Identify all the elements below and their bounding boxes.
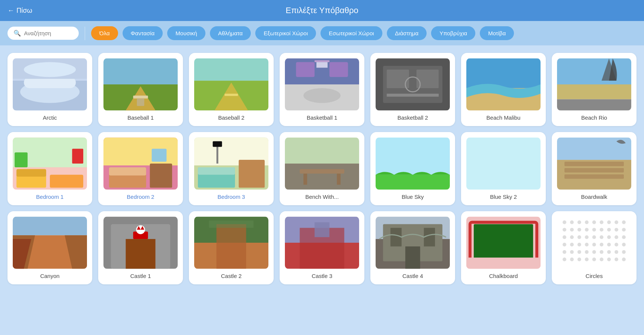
card-basketball2-label: Basketball 2 bbox=[397, 114, 428, 121]
backgrounds-grid: Arctic Baseball 1 Baseball 2 bbox=[0, 45, 644, 292]
card-canyon[interactable]: Canyon bbox=[7, 211, 92, 284]
thumb-baseball1 bbox=[103, 58, 178, 111]
card-circles[interactable]: Circles bbox=[552, 211, 637, 284]
thumb-canyon bbox=[13, 216, 87, 269]
svg-point-111 bbox=[614, 228, 618, 231]
card-bluesky[interactable]: Blue Sky bbox=[370, 132, 455, 205]
svg-point-115 bbox=[577, 235, 581, 239]
svg-rect-39 bbox=[72, 149, 83, 164]
page-title: Επιλέξτε Υπόβαθρο bbox=[286, 6, 358, 15]
card-castle2[interactable]: Castle 2 bbox=[189, 211, 274, 284]
thumb-boardwalk bbox=[557, 137, 631, 190]
card-bluesky2-label: Blue Sky 2 bbox=[490, 194, 517, 200]
svg-point-95 bbox=[563, 221, 566, 224]
card-chalkboard-label: Chalkboard bbox=[489, 273, 518, 279]
card-baseball1[interactable]: Baseball 1 bbox=[98, 53, 183, 126]
svg-rect-64 bbox=[565, 168, 624, 173]
svg-point-99 bbox=[592, 221, 596, 224]
filter-sports[interactable]: Αθλήματα bbox=[210, 26, 251, 40]
card-beach-rio[interactable]: Beach Rio bbox=[552, 53, 637, 126]
svg-point-105 bbox=[570, 228, 574, 231]
card-basketball2[interactable]: Basketball 2 bbox=[370, 53, 455, 126]
svg-point-98 bbox=[585, 221, 589, 224]
card-chalkboard[interactable]: Chalkboard bbox=[461, 211, 546, 284]
svg-rect-16 bbox=[296, 62, 315, 77]
card-castle1[interactable]: Castle 1 bbox=[98, 211, 183, 284]
filter-space[interactable]: Διάστημα bbox=[387, 26, 427, 40]
svg-rect-45 bbox=[152, 149, 167, 162]
card-castle4-label: Castle 4 bbox=[402, 273, 423, 279]
svg-point-97 bbox=[577, 221, 581, 224]
thumb-chalkboard bbox=[466, 216, 541, 269]
filter-fantasy[interactable]: Φαντασία bbox=[123, 26, 163, 40]
card-castle4[interactable]: Castle 4 bbox=[370, 211, 455, 284]
svg-point-123 bbox=[570, 243, 574, 246]
card-beach-malibu-label: Beach Malibu bbox=[487, 114, 521, 121]
filter-indoor[interactable]: Εσωτερικοί Χώροι bbox=[321, 26, 382, 40]
svg-point-110 bbox=[607, 228, 611, 231]
svg-point-114 bbox=[570, 235, 574, 239]
card-arctic[interactable]: Arctic bbox=[7, 53, 92, 126]
card-beach-malibu[interactable]: Beach Malibu bbox=[461, 53, 546, 126]
svg-point-134 bbox=[585, 250, 589, 254]
svg-rect-54 bbox=[285, 164, 359, 189]
svg-rect-50 bbox=[239, 160, 265, 188]
svg-rect-9 bbox=[133, 96, 148, 99]
thumb-beach-rio bbox=[557, 58, 631, 111]
svg-point-102 bbox=[614, 221, 618, 224]
thumb-castle1 bbox=[103, 216, 178, 269]
filter-music[interactable]: Μουσική bbox=[167, 26, 205, 40]
thumb-circles bbox=[557, 216, 631, 269]
thumb-baseball2 bbox=[194, 58, 268, 111]
card-basketball1-label: Basketball 1 bbox=[307, 114, 337, 121]
back-label: Πίσω bbox=[16, 7, 32, 15]
svg-rect-44 bbox=[150, 164, 172, 188]
card-bedroom2-label: Bedroom 2 bbox=[127, 194, 154, 200]
svg-point-116 bbox=[585, 235, 589, 239]
svg-rect-73 bbox=[126, 239, 155, 269]
svg-point-117 bbox=[592, 235, 596, 239]
svg-rect-53 bbox=[285, 138, 359, 164]
card-bedroom3[interactable]: Bedroom 3 bbox=[189, 132, 274, 205]
card-bluesky2[interactable]: Blue Sky 2 bbox=[461, 132, 546, 205]
card-bedroom2[interactable]: Bedroom 2 bbox=[98, 132, 183, 205]
svg-point-142 bbox=[577, 258, 581, 261]
svg-rect-49 bbox=[198, 167, 235, 175]
svg-point-119 bbox=[607, 235, 611, 239]
svg-rect-59 bbox=[376, 175, 450, 190]
card-bedroom1[interactable]: Bedroom 1 bbox=[7, 132, 92, 205]
search-box: 🔍 bbox=[7, 27, 79, 40]
thumb-bench bbox=[285, 137, 359, 190]
filter-outdoor[interactable]: Εξωτερικοί Χώροι bbox=[255, 26, 316, 40]
header: ← Πίσω Επιλέξτε Υπόβαθρο bbox=[0, 0, 644, 21]
card-basketball1[interactable]: Basketball 1 bbox=[280, 53, 364, 126]
svg-rect-26 bbox=[387, 94, 439, 97]
filter-underwater[interactable]: Υποβρύχια bbox=[431, 26, 475, 40]
card-castle3[interactable]: Castle 3 bbox=[280, 211, 364, 284]
svg-rect-79 bbox=[209, 221, 254, 228]
svg-rect-43 bbox=[109, 167, 146, 176]
svg-point-141 bbox=[570, 258, 574, 261]
filter-patterns[interactable]: Μοτίβα bbox=[480, 26, 514, 40]
thumb-bluesky bbox=[376, 137, 450, 190]
svg-point-107 bbox=[585, 228, 589, 231]
card-boardwalk[interactable]: Boardwalk bbox=[552, 132, 637, 205]
card-baseball2[interactable]: Baseball 2 bbox=[189, 53, 274, 126]
card-bench[interactable]: Bench With... bbox=[280, 132, 364, 205]
back-button[interactable]: ← Πίσω bbox=[7, 7, 32, 15]
search-input[interactable] bbox=[24, 30, 73, 36]
filter-divider bbox=[85, 27, 85, 40]
svg-rect-93 bbox=[466, 258, 541, 269]
svg-point-100 bbox=[600, 221, 604, 224]
filter-all[interactable]: Όλα bbox=[91, 26, 118, 40]
card-baseball1-label: Baseball 1 bbox=[127, 114, 154, 121]
svg-rect-10 bbox=[137, 99, 144, 106]
svg-point-101 bbox=[607, 221, 611, 224]
card-canyon-label: Canyon bbox=[40, 273, 60, 279]
svg-point-131 bbox=[563, 250, 566, 254]
svg-point-147 bbox=[614, 258, 618, 261]
svg-point-129 bbox=[614, 243, 618, 246]
svg-point-96 bbox=[570, 221, 574, 224]
svg-point-133 bbox=[577, 250, 581, 254]
svg-point-126 bbox=[592, 243, 596, 246]
